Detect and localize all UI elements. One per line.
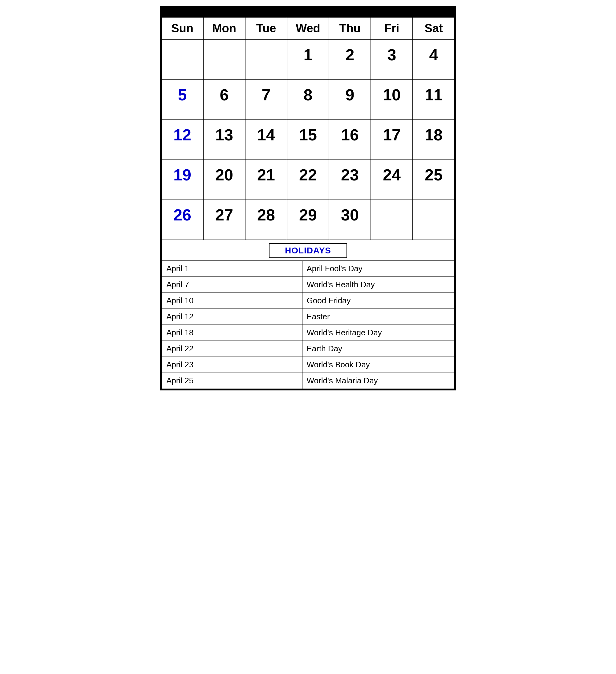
calendar-container: SunMonTueWedThuFriSat 123456789101112131…	[160, 6, 456, 390]
holiday-date: April 25	[162, 373, 302, 389]
calendar-day[interactable]	[413, 200, 454, 240]
calendar-day[interactable]: 13	[203, 120, 245, 160]
calendar-day[interactable]: 8	[287, 80, 329, 120]
calendar-day[interactable]: 7	[245, 80, 287, 120]
calendar-day[interactable]: 12	[162, 120, 203, 160]
calendar-day[interactable]: 20	[203, 160, 245, 200]
week-row-1: 567891011	[162, 80, 454, 120]
calendar-day[interactable]: 10	[371, 80, 413, 120]
holiday-date: April 18	[162, 325, 302, 341]
holiday-row: April 10Good Friday	[162, 293, 454, 309]
calendar-day[interactable]: 14	[245, 120, 287, 160]
weekday-header-row: SunMonTueWedThuFriSat	[162, 17, 454, 40]
weekday-wed: Wed	[287, 17, 329, 40]
holiday-row: April 22Earth Day	[162, 341, 454, 357]
calendar-day[interactable]: 21	[245, 160, 287, 200]
calendar-day[interactable]: 11	[413, 80, 454, 120]
holiday-date: April 10	[162, 293, 302, 309]
weekday-mon: Mon	[203, 17, 245, 40]
holiday-row: April 18World's Heritage Day	[162, 325, 454, 341]
weekday-sat: Sat	[413, 17, 454, 40]
calendar-day[interactable]	[245, 40, 287, 80]
week-row-2: 12131415161718	[162, 120, 454, 160]
holiday-date: April 1	[162, 261, 302, 277]
holiday-name: Earth Day	[302, 341, 454, 357]
week-row-4: 2627282930	[162, 200, 454, 240]
calendar-header	[161, 7, 455, 17]
calendar-day[interactable]: 19	[162, 160, 203, 200]
weekday-thu: Thu	[329, 17, 371, 40]
calendar-day[interactable]: 24	[371, 160, 413, 200]
holiday-name: Good Friday	[302, 293, 454, 309]
calendar-day[interactable]: 6	[203, 80, 245, 120]
calendar-day[interactable]: 15	[287, 120, 329, 160]
calendar-day[interactable]: 1	[287, 40, 329, 80]
holidays-header-row: HOLIDAYS	[162, 240, 454, 260]
holiday-date: April 12	[162, 309, 302, 325]
calendar-day[interactable]: 23	[329, 160, 371, 200]
holiday-name: World's Health Day	[302, 277, 454, 293]
calendar-day[interactable]: 22	[287, 160, 329, 200]
calendar-day[interactable]: 17	[371, 120, 413, 160]
weekday-fri: Fri	[371, 17, 413, 40]
holidays-section: HOLIDAYS April 1April Fool's DayApril 7W…	[161, 240, 455, 389]
holiday-name: World's Book Day	[302, 357, 454, 373]
calendar-day[interactable]: 4	[413, 40, 454, 80]
holiday-row: April 25World's Malaria Day	[162, 373, 454, 389]
calendar-day[interactable]: 25	[413, 160, 454, 200]
calendar-day[interactable]: 27	[203, 200, 245, 240]
calendar-day[interactable]: 5	[162, 80, 203, 120]
calendar-day[interactable]: 16	[329, 120, 371, 160]
calendar-day[interactable]: 9	[329, 80, 371, 120]
week-row-0: 1234	[162, 40, 454, 80]
calendar-day[interactable]: 26	[162, 200, 203, 240]
holiday-row: April 23World's Book Day	[162, 357, 454, 373]
weekday-tue: Tue	[245, 17, 287, 40]
holidays-table: April 1April Fool's DayApril 7World's He…	[162, 260, 454, 389]
holiday-row: April 12Easter	[162, 309, 454, 325]
holiday-row: April 1April Fool's Day	[162, 261, 454, 277]
holiday-date: April 23	[162, 357, 302, 373]
calendar-day[interactable]: 28	[245, 200, 287, 240]
calendar-day[interactable]	[371, 200, 413, 240]
calendar-day[interactable]: 29	[287, 200, 329, 240]
holiday-name: April Fool's Day	[302, 261, 454, 277]
holiday-name: World's Heritage Day	[302, 325, 454, 341]
holiday-name: Easter	[302, 309, 454, 325]
week-row-3: 19202122232425	[162, 160, 454, 200]
calendar-day[interactable]	[203, 40, 245, 80]
holiday-row: April 7World's Health Day	[162, 277, 454, 293]
holiday-name: World's Malaria Day	[302, 373, 454, 389]
calendar-day[interactable]: 2	[329, 40, 371, 80]
calendar-grid: SunMonTueWedThuFriSat 123456789101112131…	[161, 17, 455, 240]
holidays-header: HOLIDAYS	[269, 243, 347, 258]
calendar-day[interactable]	[162, 40, 203, 80]
holiday-date: April 7	[162, 277, 302, 293]
calendar-day[interactable]: 18	[413, 120, 454, 160]
weekday-sun: Sun	[162, 17, 203, 40]
holiday-date: April 22	[162, 341, 302, 357]
calendar-day[interactable]: 30	[329, 200, 371, 240]
calendar-day[interactable]: 3	[371, 40, 413, 80]
